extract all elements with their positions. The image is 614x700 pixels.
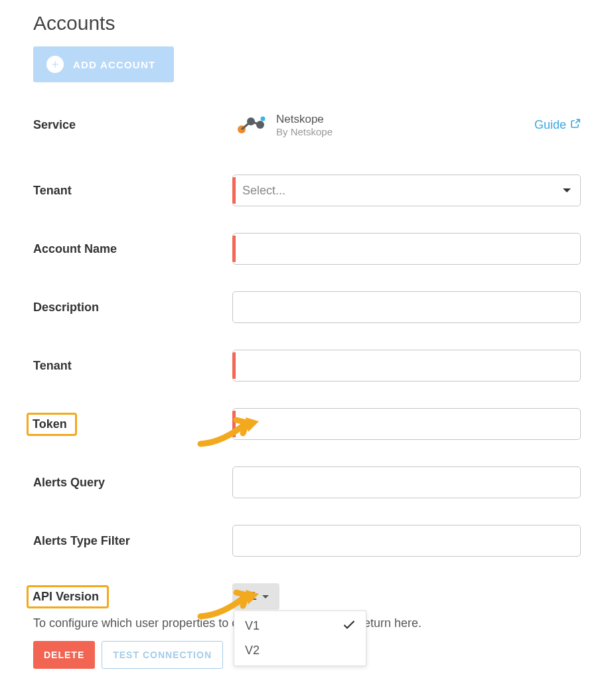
plus-icon [46, 56, 64, 73]
guide-link[interactable]: Guide [534, 118, 581, 132]
add-account-label: ADD ACCOUNT [73, 59, 155, 70]
token-label: Token [33, 417, 67, 431]
chevron-down-icon [563, 188, 571, 192]
service-vendor: By Netskope [276, 126, 333, 137]
api-version-option-label: V2 [245, 644, 260, 658]
add-account-button[interactable]: ADD ACCOUNT [33, 46, 174, 82]
api-version-dropdown[interactable]: V1 [232, 583, 279, 610]
external-link-icon [570, 118, 581, 132]
required-marker-icon [232, 177, 236, 204]
service-label: Service [33, 118, 76, 132]
api-version-menu[interactable]: V1 V2 [234, 610, 366, 666]
alerts-type-filter-input[interactable] [232, 525, 581, 557]
description-input[interactable] [232, 291, 581, 323]
check-icon [343, 619, 355, 633]
alerts-query-input[interactable] [232, 466, 581, 498]
alerts-query-label: Alerts Query [33, 476, 105, 490]
service-display: Netskope By Netskope [232, 113, 333, 137]
highlight-token: Token [27, 413, 77, 436]
token-input[interactable] [232, 408, 581, 440]
svg-point-3 [261, 116, 266, 121]
tenant-text-input[interactable] [232, 350, 581, 382]
required-marker-icon [232, 352, 236, 379]
api-version-option[interactable]: V1 [234, 614, 366, 638]
netskope-icon [236, 113, 267, 137]
tenant-select[interactable]: Select... [232, 175, 581, 206]
delete-button[interactable]: DELETE [33, 641, 95, 669]
guide-link-label: Guide [534, 118, 566, 132]
tenant-select-placeholder: Select... [242, 184, 285, 198]
required-marker-icon [232, 411, 236, 437]
service-name: Netskope [276, 113, 333, 126]
account-name-input[interactable] [232, 233, 581, 265]
api-version-selected: V1 [243, 590, 257, 603]
alerts-type-filter-label: Alerts Type Filter [33, 534, 130, 548]
api-version-option[interactable]: V2 [234, 638, 366, 663]
tenant-select-label: Tenant [33, 184, 72, 198]
test-connection-button[interactable]: TEST CONNECTION [102, 641, 223, 669]
api-version-label: API Version [33, 590, 99, 604]
chevron-down-icon [262, 595, 269, 598]
page-title: Accounts [33, 12, 581, 35]
tenant-text-label: Tenant [33, 359, 72, 373]
highlight-api-version: API Version [27, 585, 109, 608]
description-label: Description [33, 301, 99, 315]
required-marker-icon [232, 236, 236, 262]
api-version-option-label: V1 [245, 619, 260, 633]
account-name-label: Account Name [33, 242, 117, 256]
